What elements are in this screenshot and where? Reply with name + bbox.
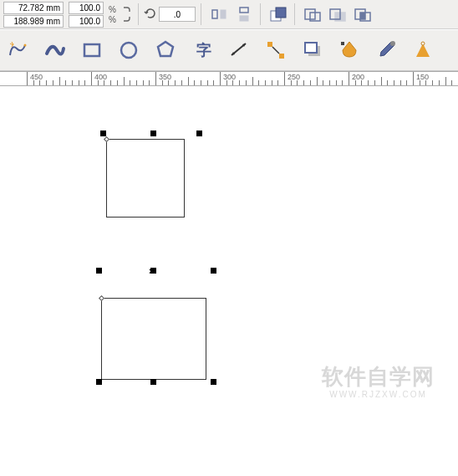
rectangle-object[interactable]	[106, 139, 185, 218]
horizontal-ruler[interactable]	[0, 71, 458, 86]
svg-rect-26	[341, 42, 344, 45]
drop-shadow-tool[interactable]	[298, 35, 328, 65]
watermark-url: WWW.RJZXW.COM	[322, 390, 435, 399]
rotation-group	[144, 7, 196, 22]
ruler-tick-minor	[188, 77, 189, 86]
rectangle-object[interactable]	[101, 298, 206, 380]
svg-rect-3	[240, 16, 248, 21]
ruler-tick-minor	[33, 80, 34, 86]
text-tool[interactable]: 字	[187, 35, 217, 65]
ruler-tick-major	[91, 72, 92, 85]
ruler-tick-major	[413, 72, 414, 85]
scale-group	[69, 2, 104, 28]
ruler-tick-minor	[117, 80, 118, 86]
selection-handle[interactable]	[211, 268, 216, 274]
percent-label-x: %	[109, 5, 116, 14]
svg-point-27	[390, 41, 395, 46]
ruler-tick-minor	[361, 80, 362, 86]
ruler-tick-minor	[387, 80, 388, 86]
x-position-input[interactable]	[3, 2, 64, 14]
ruler-tick-minor	[39, 80, 40, 86]
ruler-tick-minor	[239, 80, 240, 86]
ruler-tick-minor	[130, 80, 130, 86]
selection-handle[interactable]	[100, 131, 106, 136]
ruler-tick-minor	[272, 80, 272, 86]
intersect-button[interactable]	[352, 3, 374, 25]
divider	[294, 3, 295, 25]
ruler-tick-minor	[317, 77, 318, 86]
selection-handle[interactable]	[96, 268, 102, 274]
ruler-tick-minor	[432, 80, 433, 86]
mirror-horizontal-button[interactable]	[208, 3, 230, 25]
position-group	[3, 2, 64, 28]
artistic-media-tool[interactable]	[40, 35, 70, 65]
ruler-tick-minor	[355, 80, 356, 86]
ruler-tick-major	[27, 72, 28, 85]
ellipse-tool[interactable]	[114, 35, 144, 65]
ruler-tick-minor	[400, 80, 401, 86]
scale-x-input[interactable]	[69, 2, 104, 14]
svg-rect-12	[360, 13, 365, 19]
ruler-tick-minor	[149, 80, 150, 86]
mirror-vertical-button[interactable]	[233, 3, 255, 25]
svg-rect-0	[212, 10, 217, 18]
ruler-tick-minor	[277, 80, 278, 86]
divider	[138, 3, 139, 25]
rectangle-tool[interactable]	[77, 35, 107, 65]
ruler-tick-minor	[65, 80, 66, 86]
smart-fill-tool[interactable]	[408, 35, 438, 65]
ruler-tick-minor	[201, 80, 201, 86]
ruler-tick-major	[284, 72, 285, 85]
to-front-button[interactable]	[267, 3, 289, 25]
interactive-fill-tool[interactable]	[334, 35, 364, 65]
toolbox-row: 字	[0, 29, 458, 71]
weld-button[interactable]	[302, 3, 323, 25]
dimension-tool[interactable]	[224, 35, 254, 65]
svg-rect-5	[276, 8, 286, 18]
ruler-tick-minor	[143, 80, 144, 86]
selection-handle[interactable]	[211, 379, 216, 385]
svg-rect-14	[84, 44, 99, 56]
trim-button[interactable]	[327, 3, 349, 25]
svg-line-23	[272, 47, 279, 54]
svg-rect-22	[279, 54, 284, 59]
selection-handle[interactable]	[196, 131, 202, 136]
svg-marker-16	[158, 42, 173, 56]
ruler-tick-minor	[425, 80, 426, 86]
polygon-tool[interactable]	[150, 35, 181, 65]
ruler-tick-minor	[104, 80, 104, 86]
ruler-tick-minor	[342, 80, 343, 86]
lock-ratio-button[interactable]	[121, 3, 133, 25]
selection-handle[interactable]	[150, 379, 156, 385]
rotation-input[interactable]	[159, 7, 196, 22]
ruler-tick-minor	[226, 80, 227, 86]
scale-y-input[interactable]	[69, 15, 104, 28]
ruler-tick-minor	[291, 80, 292, 86]
freehand-tool[interactable]	[3, 35, 33, 65]
ruler-tick-minor	[207, 80, 208, 86]
object-center-marker[interactable]: ×	[149, 266, 154, 276]
ruler-tick-minor	[297, 80, 298, 86]
selection-handle[interactable]	[96, 379, 102, 385]
ruler-tick-minor	[213, 80, 214, 86]
ruler-tick-minor	[46, 80, 47, 86]
svg-point-15	[121, 43, 136, 58]
ruler-tick-minor	[258, 80, 259, 86]
svg-rect-2	[240, 8, 248, 13]
ruler-tick-minor	[420, 80, 420, 86]
ruler-tick-major	[349, 72, 349, 85]
selection-handle[interactable]	[150, 131, 156, 136]
ruler-tick-minor	[368, 80, 369, 86]
eyedropper-tool[interactable]	[371, 35, 401, 65]
ruler-tick-minor	[79, 80, 79, 86]
watermark-text: 软件自学网	[322, 362, 435, 392]
y-position-input[interactable]	[3, 15, 64, 28]
connector-tool[interactable]	[261, 35, 291, 65]
drawing-canvas[interactable]: 软件自学网 WWW.RJZXW.COM ×	[0, 86, 458, 476]
ruler-tick-minor	[110, 80, 111, 86]
property-bar: % %	[0, 0, 458, 29]
svg-point-13	[24, 44, 27, 47]
ruler-tick-minor	[329, 80, 330, 86]
ruler-tick-major	[220, 72, 221, 85]
watermark: 软件自学网 WWW.RJZXW.COM	[322, 362, 435, 399]
